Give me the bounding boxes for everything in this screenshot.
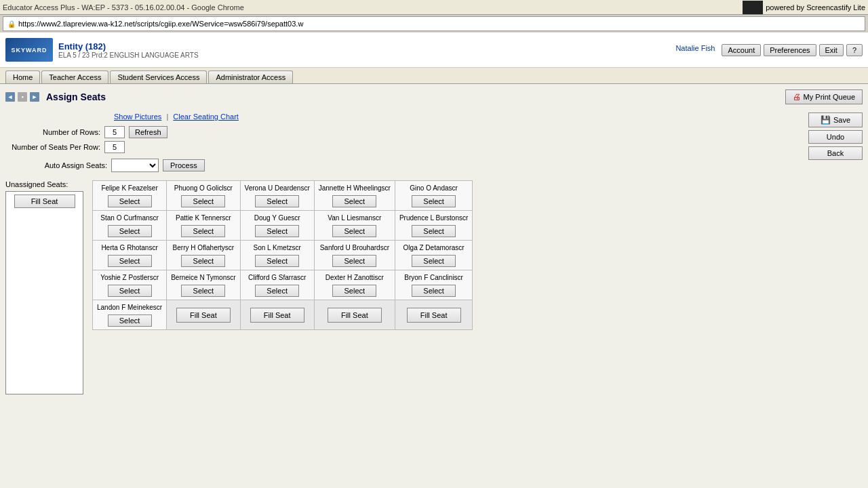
student-name-0-1: Phuong O Goliclscr <box>171 184 235 192</box>
exit-button[interactable]: Exit <box>819 44 844 56</box>
page-nav: ◄ ▪ ► Assign Seats <box>5 92 106 102</box>
student-name-3-2: Clifford G Sfarrascr <box>245 273 310 282</box>
header-buttons: Natalie Fish Account Preferences Exit ? <box>675 44 863 56</box>
select-btn-2-4[interactable]: Select <box>412 255 456 267</box>
seat-cell-4-0: Landon F MeinekescrSelect <box>93 300 167 330</box>
show-pictures-link[interactable]: Show Pictures <box>114 113 161 121</box>
seat-cell-3-3: Dexter H ZanottiscrSelect <box>314 270 395 300</box>
nav-forward-arrow[interactable]: ► <box>30 92 39 102</box>
nav-tabs: Home Teacher Access Student Services Acc… <box>0 68 868 84</box>
seat-cell-2-4: Olga Z DetamorascrSelect <box>395 241 472 270</box>
save-label: Save <box>833 116 850 124</box>
student-name-0-3: Jannette H Wheelingscr <box>319 184 391 192</box>
seat-cell-0-2: Verona U DeardenscrSelect <box>240 181 314 211</box>
seat-cell-2-3: Sanford U BrouhardscrSelect <box>314 241 395 270</box>
select-btn-0-3[interactable]: Select <box>332 195 376 207</box>
tab-administrator[interactable]: Administrator Access <box>208 70 293 83</box>
tab-home[interactable]: Home <box>5 70 40 83</box>
student-name-0-2: Verona U Deardenscr <box>245 184 310 192</box>
select-btn-1-1[interactable]: Select <box>181 225 225 237</box>
select-btn-2-1[interactable]: Select <box>181 255 225 267</box>
student-name-1-1: Pattie K Tennerscr <box>171 214 235 222</box>
nav-back-arrow[interactable]: ◄ <box>5 92 15 102</box>
seat-cell-0-0: Felipe K FeazelserSelect <box>93 181 167 211</box>
seat-cell-2-1: Berry H OflahertyscrSelect <box>167 241 240 270</box>
fill-seat-btn-4-1[interactable]: Fill Seat <box>176 308 231 323</box>
student-name-2-0: Herta G Rhotanscr <box>97 243 162 252</box>
seat-cell-1-2: Doug Y GuescrSelect <box>240 211 314 241</box>
print-queue-label: My Print Queue <box>804 93 855 101</box>
preferences-button[interactable]: Preferences <box>764 44 816 56</box>
select-btn-3-3[interactable]: Select <box>332 285 376 297</box>
sc-logo-icon <box>743 1 763 14</box>
tab-teacher-access[interactable]: Teacher Access <box>41 70 108 83</box>
url-text: https://www2.tlapreview.wa-k12.net/scrip… <box>18 20 303 28</box>
student-name-2-4: Olga Z Detamorascr <box>399 243 468 252</box>
unassigned-box: Fill Seat <box>5 191 83 394</box>
nav-box-icon[interactable]: ▪ <box>18 92 27 102</box>
select-btn-2-3[interactable]: Select <box>332 255 376 267</box>
student-name-0-0: Felipe K Feazelser <box>97 184 162 192</box>
account-button[interactable]: Account <box>722 44 761 56</box>
select-btn-0-1[interactable]: Select <box>181 195 225 207</box>
page-content: ◄ ▪ ► Assign Seats 🖨 My Print Queue Show… <box>0 84 868 488</box>
user-name: Natalie Fish <box>675 44 715 56</box>
undo-button[interactable]: Undo <box>808 130 863 144</box>
seat-cell-4-1: Fill Seat <box>167 300 240 330</box>
fill-seat-btn-4-2[interactable]: Fill Seat <box>250 308 304 323</box>
rows-label: Number of Rows: <box>5 128 100 136</box>
seat-cell-1-3: Van L LiesmanscrSelect <box>314 211 395 241</box>
seat-cell-3-0: Yoshie Z PostlerscrSelect <box>93 270 167 300</box>
select-btn-0-4[interactable]: Select <box>412 195 456 207</box>
student-name-0-4: Gino O Andascr <box>399 184 468 192</box>
help-button[interactable]: ? <box>846 44 863 56</box>
seat-cell-3-1: Berneice N TymonscrSelect <box>167 270 240 300</box>
address-bar[interactable]: 🔒 https://www2.tlapreview.wa-k12.net/scr… <box>3 16 865 31</box>
student-name-3-1: Berneice N Tymonscr <box>171 273 235 282</box>
select-btn-4-0[interactable]: Select <box>108 314 152 327</box>
seat-cell-0-3: Jannette H WheelingscrSelect <box>314 181 395 211</box>
student-name-1-2: Doug Y Guescr <box>245 214 310 222</box>
select-btn-3-2[interactable]: Select <box>255 285 299 297</box>
seat-cell-0-1: Phuong O GoliclscrSelect <box>167 181 240 211</box>
entity-name: Entity (182) <box>58 41 199 52</box>
browser-titlebar: Educator Access Plus - WA:EP - 5373 - 05… <box>0 0 868 15</box>
unassigned-label: Unassigned Seats: <box>5 180 87 188</box>
select-btn-3-0[interactable]: Select <box>108 285 152 297</box>
logo-area: SKYWARD Entity (182) ELA 5 / 23 Prd:2 EN… <box>5 38 199 62</box>
select-btn-0-2[interactable]: Select <box>255 195 299 207</box>
rows-input[interactable] <box>104 126 125 138</box>
seat-cell-2-2: Son L KmetzscrSelect <box>240 241 314 270</box>
print-queue-button[interactable]: 🖨 My Print Queue <box>785 89 863 104</box>
app-header: SKYWARD Entity (182) ELA 5 / 23 Prd:2 EN… <box>0 33 868 68</box>
select-btn-1-0[interactable]: Select <box>108 225 152 237</box>
refresh-button[interactable]: Refresh <box>129 126 167 138</box>
seats-input[interactable] <box>104 141 125 153</box>
seating-area: Unassigned Seats: Fill Seat Felipe K Fea… <box>5 180 863 394</box>
seats-control-row: Number of Seats Per Row: <box>5 141 239 153</box>
unassigned-fill-seat-button[interactable]: Fill Seat <box>14 195 75 208</box>
seat-cell-2-0: Herta G RhotanscrSelect <box>93 241 167 270</box>
save-button[interactable]: 💾 Save <box>808 113 863 127</box>
process-button[interactable]: Process <box>163 159 205 171</box>
select-btn-1-4[interactable]: Select <box>412 225 456 237</box>
fill-seat-btn-4-3[interactable]: Fill Seat <box>328 308 382 323</box>
tab-student-services[interactable]: Student Services Access <box>110 70 207 83</box>
student-name-2-3: Sanford U Brouhardscr <box>319 243 391 252</box>
seat-table: Felipe K FeazelserSelectPhuong O Golicls… <box>92 180 473 330</box>
auto-assign-select[interactable] <box>111 159 159 172</box>
seat-cell-3-2: Clifford G SfarrascrSelect <box>240 270 314 300</box>
fill-seat-btn-4-4[interactable]: Fill Seat <box>407 308 461 323</box>
select-btn-0-0[interactable]: Select <box>108 195 152 207</box>
select-btn-1-2[interactable]: Select <box>255 225 299 237</box>
back-button[interactable]: Back <box>808 146 863 160</box>
select-btn-3-4[interactable]: Select <box>412 285 456 297</box>
select-btn-1-3[interactable]: Select <box>332 225 376 237</box>
seat-cell-1-4: Prudence L BurstonscrSelect <box>395 211 472 241</box>
select-btn-2-2[interactable]: Select <box>255 255 299 267</box>
skyward-logo: SKYWARD <box>5 38 53 62</box>
save-icon: 💾 <box>821 115 831 125</box>
clear-seating-link[interactable]: Clear Seating Chart <box>173 113 239 121</box>
select-btn-2-0[interactable]: Select <box>108 255 152 267</box>
select-btn-3-1[interactable]: Select <box>181 285 225 297</box>
